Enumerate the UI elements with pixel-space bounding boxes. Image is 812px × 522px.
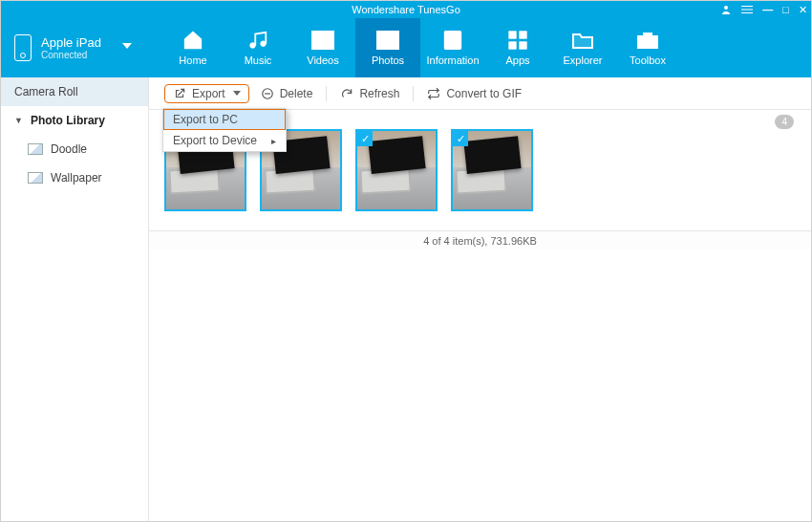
close-button[interactable]: ✕ [799, 4, 807, 16]
photo-thumbnail[interactable] [451, 129, 533, 211]
sidebar-item-label: Camera Roll [14, 85, 78, 98]
selected-check-icon [357, 131, 373, 146]
svg-rect-18 [509, 32, 516, 38]
sidebar-item-photo-library[interactable]: ▼ Photo Library [1, 106, 148, 135]
tab-information[interactable]: Information [420, 18, 485, 77]
sidebar-item-label: Doodle [51, 142, 87, 156]
chevron-right-icon: ▸ [271, 136, 276, 146]
svg-rect-14 [445, 32, 451, 49]
refresh-button[interactable]: Refresh [332, 84, 407, 103]
information-icon [440, 30, 465, 51]
home-icon [181, 30, 205, 51]
title-bar: Wondershare TunesGo — □ ✕ [1, 1, 811, 18]
videos-icon [310, 30, 335, 51]
chevron-down-icon: ▼ [14, 116, 23, 125]
sidebar-item-label: Photo Library [31, 114, 105, 127]
chevron-down-icon [233, 91, 241, 96]
picture-icon [28, 143, 43, 155]
sidebar-item-label: Wallpaper [51, 171, 102, 185]
tab-photos[interactable]: Photos [355, 18, 420, 77]
refresh-icon [340, 87, 353, 100]
tab-toolbox[interactable]: Toolbox [615, 18, 680, 77]
sidebar-item-camera-roll[interactable]: Camera Roll [1, 77, 148, 106]
menu-icon[interactable] [741, 4, 753, 15]
sidebar-item-wallpaper[interactable]: Wallpaper [1, 163, 148, 192]
svg-rect-20 [509, 42, 516, 49]
svg-rect-2 [741, 10, 753, 11]
svg-point-12 [382, 35, 386, 39]
export-to-device[interactable]: Export to Device ▸ [163, 130, 286, 151]
sidebar: Camera Roll ▼ Photo Library Doodle Wallp… [1, 77, 149, 521]
svg-point-15 [454, 35, 458, 39]
export-button[interactable]: Export [164, 84, 249, 103]
tab-videos[interactable]: Videos [290, 18, 355, 77]
tab-home[interactable]: Home [160, 18, 225, 77]
music-icon [246, 30, 270, 51]
delete-icon [261, 87, 274, 100]
count-badge: 4 [775, 115, 794, 129]
chevron-down-icon [122, 43, 132, 49]
svg-rect-21 [520, 42, 526, 49]
window-controls: — □ ✕ [720, 1, 807, 18]
export-to-pc[interactable]: Export to PC [163, 109, 286, 130]
selected-check-icon [453, 131, 468, 146]
convert-icon [427, 87, 440, 100]
main-area: Camera Roll ▼ Photo Library Doodle Wallp… [1, 77, 811, 521]
status-text: 4 of 4 item(s), 731.96KB [423, 235, 537, 247]
status-bar: 4 of 4 item(s), 731.96KB [149, 230, 811, 250]
user-icon[interactable] [720, 4, 732, 15]
delete-button[interactable]: Delete [253, 84, 321, 103]
export-menu: Export to PC Export to Device ▸ [162, 108, 287, 152]
export-icon [173, 87, 186, 100]
device-name: Apple iPad [41, 35, 101, 50]
minimize-button[interactable]: — [762, 4, 773, 15]
device-icon [14, 34, 32, 61]
device-selector[interactable]: Apple iPad Connected [1, 18, 149, 77]
device-status: Connected [41, 50, 101, 60]
folder-icon [570, 30, 595, 51]
apps-icon [505, 30, 530, 51]
sidebar-item-doodle[interactable]: Doodle [1, 135, 148, 163]
toolbox-icon [635, 30, 660, 51]
photo-thumbnail[interactable] [355, 129, 438, 211]
tab-explorer[interactable]: Explorer [550, 18, 615, 77]
nav-tabs: Home Music Videos Photos Information App… [160, 18, 680, 77]
app-window: Wondershare TunesGo — □ ✕ Apple iPad Con… [0, 0, 812, 522]
picture-icon [28, 172, 43, 184]
tab-music[interactable]: Music [225, 18, 290, 77]
app-title: Wondershare TunesGo [352, 4, 460, 15]
svg-rect-19 [520, 32, 526, 38]
svg-rect-3 [741, 12, 753, 13]
svg-point-0 [724, 6, 728, 10]
convert-gif-button[interactable]: Convert to GIF [419, 84, 529, 103]
photos-icon [375, 30, 400, 51]
svg-rect-1 [741, 6, 753, 7]
toolbar: Export Delete Refresh Convert to GIF [149, 77, 811, 110]
maximize-button[interactable]: □ [782, 4, 789, 15]
tab-apps[interactable]: Apps [485, 18, 550, 77]
svg-rect-4 [312, 32, 333, 49]
top-bar: Apple iPad Connected Home Music Videos P… [1, 18, 811, 77]
content-area: Export Delete Refresh Convert to GIF [149, 77, 811, 521]
